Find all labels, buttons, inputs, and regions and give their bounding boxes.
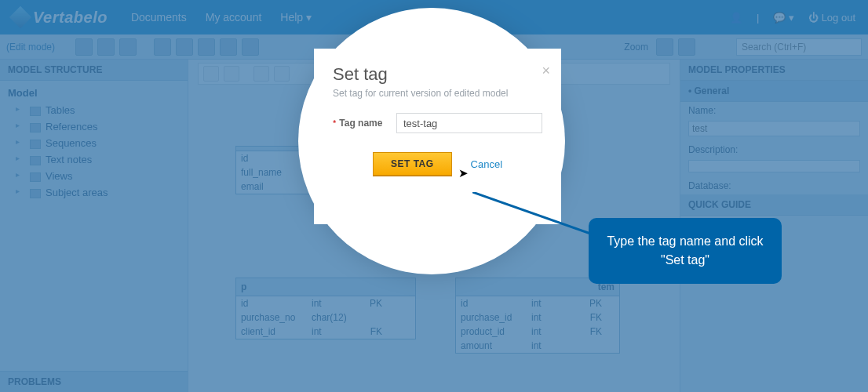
print-icon[interactable]	[154, 38, 171, 56]
tree-text-notes[interactable]: Text notes	[8, 151, 180, 168]
view-icon	[30, 172, 41, 182]
dialog-title: Set tag	[333, 64, 542, 85]
reference-icon	[30, 123, 41, 132]
zoom-100-icon[interactable]	[678, 38, 695, 56]
search-input[interactable]	[736, 38, 862, 56]
nav-right: 👤 | 💬 ▾ ⏻ Log out	[730, 12, 855, 24]
tree-subject-areas[interactable]: Subject areas	[8, 184, 180, 201]
tree-root[interactable]: Model	[8, 87, 180, 99]
model-structure-head: MODEL STRUCTURE	[0, 60, 188, 81]
set-tag-button[interactable]: SET TAG	[373, 152, 452, 176]
model-properties-head: MODEL PROPERTIES	[680, 60, 868, 81]
name-value[interactable]: test	[688, 121, 860, 136]
nav-help[interactable]: Help ▾	[280, 11, 312, 24]
close-icon[interactable]: ×	[542, 63, 550, 79]
pointer-tool-icon[interactable]	[203, 66, 219, 82]
callout-text: Type the tag name and click "Set tag"	[607, 234, 763, 267]
database-label: Database:	[680, 177, 868, 194]
export-xml-icon[interactable]	[198, 38, 215, 56]
share-icon[interactable]	[97, 38, 115, 56]
area-icon	[30, 189, 41, 198]
svg-line-0	[472, 192, 606, 239]
note-icon	[30, 156, 41, 165]
brand-logo[interactable]: Vertabelo	[13, 9, 108, 27]
callout-connector	[472, 192, 606, 239]
logout-link[interactable]: ⏻ Log out	[808, 12, 855, 24]
tree-tables[interactable]: Tables	[8, 102, 180, 118]
model-tree: Model Tables References Sequences Text n…	[0, 81, 188, 371]
description-label: Description:	[680, 141, 868, 158]
general-section-head[interactable]: • General	[680, 81, 868, 102]
add-reference-icon[interactable]	[274, 66, 290, 82]
save-icon[interactable]	[75, 38, 93, 56]
dialog-subtitle: Set tag for current version of edited mo…	[333, 88, 542, 99]
select-area-icon[interactable]	[224, 66, 239, 82]
zoom-label: Zoom	[624, 42, 648, 53]
import-icon[interactable]	[242, 38, 259, 56]
db-table-item[interactable]: tem idintPK purchase_idintFK product_idi…	[455, 278, 620, 354]
db-table-purchase[interactable]: p idintPK purchase_nochar(12) client_idi…	[235, 278, 416, 339]
history-icon[interactable]	[119, 38, 137, 56]
export-sql-icon[interactable]	[176, 38, 193, 56]
tree-views[interactable]: Views	[8, 168, 180, 184]
add-table-icon[interactable]	[253, 66, 269, 82]
zoom-fit-icon[interactable]	[656, 38, 673, 56]
user-icon[interactable]: 👤	[730, 12, 742, 24]
quick-guide-head[interactable]: QUICK GUIDE	[680, 194, 868, 216]
problems-head[interactable]: PROBLEMS	[0, 371, 188, 392]
left-panel: MODEL STRUCTURE Model Tables References …	[0, 60, 188, 392]
divider-icon: |	[757, 12, 759, 24]
required-icon: *	[333, 118, 336, 128]
sequence-icon	[30, 140, 41, 149]
tree-sequences[interactable]: Sequences	[8, 135, 180, 151]
name-label: Name:	[680, 102, 868, 119]
nav-my-account[interactable]: My account	[206, 11, 262, 24]
description-value[interactable]	[688, 160, 860, 172]
tree-references[interactable]: References	[8, 118, 180, 135]
tag-name-label: Tag name	[339, 118, 396, 129]
chat-icon[interactable]: 💬 ▾	[773, 12, 794, 24]
table-icon	[30, 107, 41, 116]
tag-name-row: * Tag name	[333, 113, 542, 133]
tutorial-callout: Type the tag name and click "Set tag"	[589, 218, 782, 284]
edit-mode-label: (Edit mode)	[6, 42, 55, 53]
export-png-icon[interactable]	[220, 38, 237, 56]
dialog-actions: SET TAG Cancel	[333, 152, 542, 176]
logo-mark-icon	[9, 6, 31, 28]
brand-name: Vertabelo	[33, 9, 108, 27]
tag-name-input[interactable]	[396, 113, 542, 133]
nav-documents[interactable]: Documents	[131, 11, 187, 24]
cancel-link[interactable]: Cancel	[471, 158, 502, 170]
